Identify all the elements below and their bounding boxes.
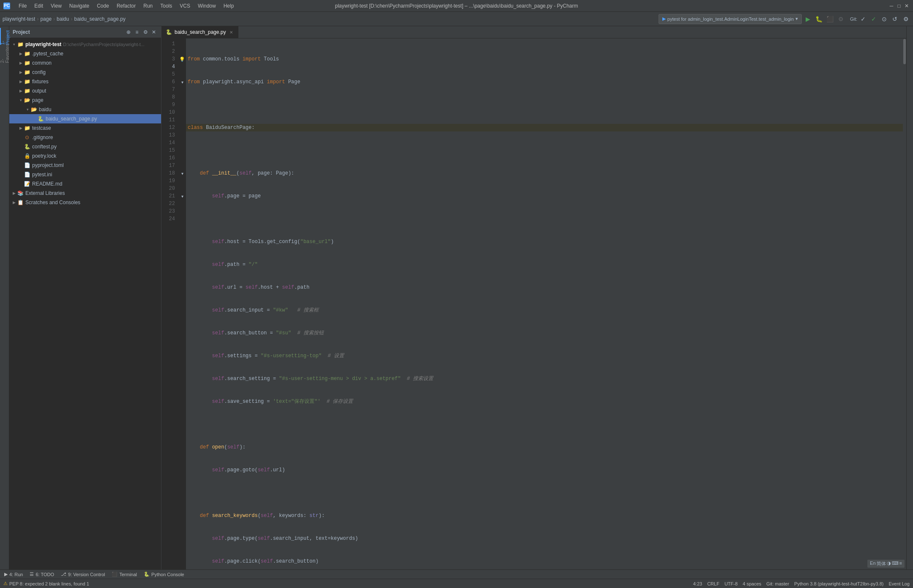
menu-file[interactable]: File xyxy=(15,2,30,10)
indent[interactable]: 4 spaces xyxy=(743,581,761,586)
toolbar: playwright-test › page › baidu › baidu_s… xyxy=(0,12,913,26)
close-button[interactable]: ✕ xyxy=(904,3,910,9)
tree-item-readme[interactable]: 📝 README.md xyxy=(9,179,161,189)
terminal-action-button[interactable]: ⬛ Terminal xyxy=(110,570,139,579)
right-sidebar xyxy=(906,26,913,569)
tree-item-output[interactable]: ▶ 📁 output xyxy=(9,86,161,96)
ln-8: 8 xyxy=(161,93,175,101)
settings-button[interactable]: ⚙ xyxy=(901,14,910,24)
python-console-action-button[interactable]: 🐍 Python Console xyxy=(142,570,186,579)
git-history-button[interactable]: ⊙ xyxy=(880,14,889,24)
python-interpreter[interactable]: Python 3.8 (playwright-test-hutT2Ibn-py3… xyxy=(794,581,884,586)
tree-item-pytest-ini[interactable]: 📄 pytest.ini xyxy=(9,170,161,179)
tree-item-config[interactable]: ▶ 📁 config xyxy=(9,68,161,77)
tree-item-pytest-cache[interactable]: ▶ 📁 .pytest_cache xyxy=(9,49,161,58)
todo-action-button[interactable]: ☰ 6: TODO xyxy=(28,570,56,579)
menu-code[interactable]: Code xyxy=(93,2,112,10)
folder-icon: 📁 xyxy=(24,60,30,66)
ime-indicator[interactable]: En 简体 ◑ ⌨ ≡ xyxy=(867,560,905,568)
menu-tools[interactable]: Tools xyxy=(157,2,175,10)
vcs-action-button[interactable]: ⎇ 9: Version Control xyxy=(59,570,107,579)
ln-7: 7 xyxy=(161,86,175,93)
breadcrumb-baidu[interactable]: baidu xyxy=(57,16,69,22)
encoding[interactable]: UTF-8 xyxy=(724,581,738,586)
event-log[interactable]: Event Log xyxy=(888,581,910,586)
tree-item-common[interactable]: ▶ 📁 common xyxy=(9,58,161,68)
panel-close-button[interactable]: ✕ xyxy=(150,28,158,36)
ime-kb: ⌨ xyxy=(892,561,899,567)
menu-view[interactable]: View xyxy=(47,2,65,10)
md-icon: 📝 xyxy=(24,181,30,187)
tree-item-scratches[interactable]: ▶ 📋 Scratches and Consoles xyxy=(9,198,161,207)
editor-and-bottom: 1 2 3 4 5 6 7 8 9 10 11 12 13 14 xyxy=(161,38,906,569)
run-config-dropdown[interactable]: ▾ xyxy=(795,16,798,22)
scrollbar-thumb[interactable] xyxy=(903,39,906,64)
editor-tab-baidu-search-page[interactable]: 🐍 baidu_search_page.py ✕ xyxy=(161,26,239,38)
vertical-scrollbar[interactable] xyxy=(903,38,906,569)
tree-item-testcase[interactable]: ▶ 📁 testcase xyxy=(9,123,161,133)
tree-root[interactable]: ▾ 📁 playwright-test D:\chen\PycharmProje… xyxy=(9,40,161,49)
tree-item-conftest[interactable]: 🐍 conftest.py xyxy=(9,142,161,151)
tree-label-pyproject: pyproject.toml xyxy=(32,162,64,168)
gutter-6[interactable]: ▾ xyxy=(178,78,186,86)
debug-button[interactable]: 🐛 xyxy=(815,14,824,24)
activity-favorites[interactable]: 2-Favorites xyxy=(0,45,9,62)
ime-en: En xyxy=(870,561,875,567)
tree-item-page[interactable]: ▾ 📂 page xyxy=(9,96,161,105)
git-update-button[interactable]: ✓ xyxy=(858,14,868,24)
gutter-21[interactable]: ▾ xyxy=(178,192,186,200)
panel-settings-button[interactable]: ⚙ xyxy=(142,28,149,36)
tree-item-external-libs[interactable]: ▶ 📚 External Libraries xyxy=(9,189,161,198)
code-line-2: from playwright.async_api import Page xyxy=(186,78,903,86)
build-button[interactable]: ⚙ xyxy=(836,14,846,24)
run-button[interactable]: ▶ xyxy=(804,14,813,24)
status-left: ⚠ PEP 8: expected 2 blank lines, found 1 xyxy=(3,581,89,586)
tree-label-baidu-search-page: baidu_search_page.py xyxy=(46,116,97,122)
stop-button[interactable]: ⬛ xyxy=(826,14,835,24)
menu-window[interactable]: Window xyxy=(194,2,219,10)
cursor-position[interactable]: 4:23 xyxy=(693,581,702,586)
run-action-button[interactable]: ▶ 4: Run xyxy=(3,570,25,579)
breadcrumb-page[interactable]: page xyxy=(40,16,52,22)
lightbulb-icon[interactable]: 💡 xyxy=(179,57,185,62)
activity-project[interactable]: 1-Project xyxy=(0,28,9,45)
code-content[interactable]: from common.tools import Tools from play… xyxy=(186,38,903,569)
vcs-status[interactable]: Git: master xyxy=(766,581,789,586)
code-area: 1 2 3 4 5 6 7 8 9 10 11 12 13 14 xyxy=(161,38,906,569)
minimize-button[interactable]: ─ xyxy=(888,3,894,9)
menu-edit[interactable]: Edit xyxy=(31,2,46,10)
vcs-action-icon: ⎇ xyxy=(61,572,66,577)
tab-close-button[interactable]: ✕ xyxy=(228,29,234,35)
line-ending[interactable]: CRLF xyxy=(707,581,719,586)
git-commit-button[interactable]: ✓ xyxy=(869,14,878,24)
gutter-18[interactable]: ▾ xyxy=(178,170,186,177)
tree-item-baidu[interactable]: ▾ 📂 baidu xyxy=(9,105,161,114)
panel-locate-button[interactable]: ⊕ xyxy=(125,28,132,36)
tree-item-gitignore[interactable]: ⊙ .gitignore xyxy=(9,133,161,142)
menu-run[interactable]: Run xyxy=(140,2,156,10)
tree-root-label: playwright-test xyxy=(25,41,61,47)
tree-item-fixtures[interactable]: ▶ 📁 fixtures xyxy=(9,77,161,86)
menu-help[interactable]: Help xyxy=(220,2,238,10)
pep8-warning: ⚠ xyxy=(3,581,8,586)
breadcrumb-file[interactable]: baidu_search_page.py xyxy=(74,16,125,22)
tree-item-baidu-search-page[interactable]: 🐍 baidu_search_page.py xyxy=(9,114,161,123)
run-configuration[interactable]: ▶ pytest for admin_login_test.AdminLogin… xyxy=(659,14,802,24)
tree-label-config: config xyxy=(32,69,46,75)
tree-arrow-page: ▾ xyxy=(18,97,24,103)
menu-refactor[interactable]: Refactor xyxy=(113,2,139,10)
ln-11: 11 xyxy=(161,116,175,124)
maximize-button[interactable]: □ xyxy=(896,3,902,9)
tree-item-poetry-lock[interactable]: 🔒 poetry.lock xyxy=(9,151,161,161)
menu-navigate[interactable]: Navigate xyxy=(66,2,93,10)
tree-item-pyproject[interactable]: 📄 pyproject.toml xyxy=(9,161,161,170)
tree-arrow-baidu: ▾ xyxy=(25,107,30,112)
breadcrumb-project[interactable]: playwright-test xyxy=(3,16,35,22)
code-line-11: self.url = self.host + self.path xyxy=(186,284,903,291)
git-rollback-button[interactable]: ↺ xyxy=(890,14,899,24)
gutter-10 xyxy=(178,109,186,116)
menu-vcs[interactable]: VCS xyxy=(176,2,194,10)
panel-actions: ⊕ ≡ ⚙ ✕ xyxy=(125,28,158,36)
panel-collapse-button[interactable]: ≡ xyxy=(133,28,141,36)
gutter-13 xyxy=(178,131,186,139)
